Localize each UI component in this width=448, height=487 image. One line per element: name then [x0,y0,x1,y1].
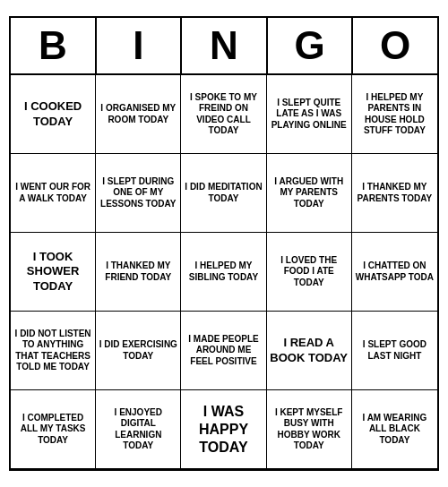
bingo-cell-15: I CHATTED ON WHATSAPP TODA [352,233,437,312]
cell-text-3: I SPOKE TO MY FREIND ON VIDEO CALL TODAY [184,92,263,137]
bingo-cell-22: I ENJOYED DIGITAL LEARNIGN TODAY [96,390,181,469]
cell-text-8: I DID MEDITATION TODAY [184,182,263,204]
cell-text-20: I SLEPT GOOD LAST NIGHT [355,339,435,362]
bingo-letter-i: I [97,18,183,73]
bingo-cell-17: I DID EXERCISING TODAY [96,312,181,390]
cell-text-17: I DID EXERCISING TODAY [99,339,177,362]
bingo-cell-25: I AM WEARING ALL BLACK TODAY [352,390,437,469]
bingo-letter-n: N [182,18,268,73]
cell-text-5: I HELPED MY PARENTS IN HOUSE HOLD STUFF … [355,92,435,137]
bingo-cell-11: I TOOK SHOWER TODAY [11,233,96,312]
cell-text-13: I HELPED MY SIBLING TODAY [184,261,263,283]
cell-text-4: I SLEPT QUITE LATE AS I WAS PLAYING ONLI… [270,98,349,132]
bingo-grid: I COOKED TODAYI ORGANISED MY ROOM TODAYI… [11,75,437,469]
bingo-letter-g: G [268,18,354,73]
bingo-cell-7: I SLEPT DURING ONE OF MY LESSONS TODAY [96,154,181,233]
bingo-cell-24: I KEPT MYSELF BUSY WITH HOBBY WORK TODAY [267,390,352,469]
bingo-cell-20: I SLEPT GOOD LAST NIGHT [352,312,437,390]
cell-text-16: I DID NOT LISTEN TO ANYTHING THAT TEACHE… [13,329,92,373]
bingo-letter-o: O [353,18,437,73]
cell-text-10: I THANKED MY PARENTS TODAY [355,182,435,204]
cell-text-7: I SLEPT DURING ONE OF MY LESSONS TODAY [99,176,177,210]
cell-text-2: I ORGANISED MY ROOM TODAY [99,103,177,125]
bingo-cell-18: I MADE PEOPLE AROUND ME FEEL POSITIVE [181,312,266,390]
bingo-letter-b: B [11,18,97,73]
cell-text-9: I ARGUED WITH MY PARENTS TODAY [270,176,349,210]
bingo-card: BINGO I COOKED TODAYI ORGANISED MY ROOM … [9,16,439,471]
bingo-cell-10: I THANKED MY PARENTS TODAY [352,154,437,233]
bingo-cell-21: I COMPLETED ALL MY TASKS TODAY [11,390,96,469]
bingo-cell-19: I READ A BOOK TODAY [267,312,352,390]
bingo-cell-4: I SLEPT QUITE LATE AS I WAS PLAYING ONLI… [267,75,352,154]
cell-text-6: I WENT OUR FOR A WALK TODAY [13,182,92,204]
cell-text-24: I KEPT MYSELF BUSY WITH HOBBY WORK TODAY [270,407,349,452]
cell-text-22: I ENJOYED DIGITAL LEARNIGN TODAY [99,407,177,452]
bingo-cell-2: I ORGANISED MY ROOM TODAY [96,75,181,154]
cell-text-11: I TOOK SHOWER TODAY [13,250,92,294]
bingo-cell-9: I ARGUED WITH MY PARENTS TODAY [267,154,352,233]
cell-text-19: I READ A BOOK TODAY [270,336,349,365]
bingo-cell-14: I LOVED THE FOOD I ATE TODAY [267,233,352,312]
cell-text-25: I AM WEARING ALL BLACK TODAY [355,413,435,447]
bingo-cell-1: I COOKED TODAY [11,75,96,154]
bingo-cell-16: I DID NOT LISTEN TO ANYTHING THAT TEACHE… [11,312,96,390]
bingo-cell-5: I HELPED MY PARENTS IN HOUSE HOLD STUFF … [352,75,437,154]
cell-text-14: I LOVED THE FOOD I ATE TODAY [270,255,349,289]
cell-text-23: I WAS HAPPY TODAY [184,403,263,457]
cell-text-21: I COMPLETED ALL MY TASKS TODAY [13,413,92,447]
cell-text-18: I MADE PEOPLE AROUND ME FEEL POSITIVE [184,334,263,368]
cell-text-12: I THANKED MY FRIEND TODAY [99,261,177,283]
bingo-header: BINGO [11,18,437,75]
cell-text-15: I CHATTED ON WHATSAPP TODA [355,261,435,283]
bingo-cell-6: I WENT OUR FOR A WALK TODAY [11,154,96,233]
bingo-cell-13: I HELPED MY SIBLING TODAY [181,233,266,312]
bingo-cell-23: I WAS HAPPY TODAY [181,390,266,469]
bingo-cell-3: I SPOKE TO MY FREIND ON VIDEO CALL TODAY [181,75,266,154]
bingo-cell-8: I DID MEDITATION TODAY [181,154,266,233]
bingo-cell-12: I THANKED MY FRIEND TODAY [96,233,181,312]
cell-text-1: I COOKED TODAY [13,99,92,129]
